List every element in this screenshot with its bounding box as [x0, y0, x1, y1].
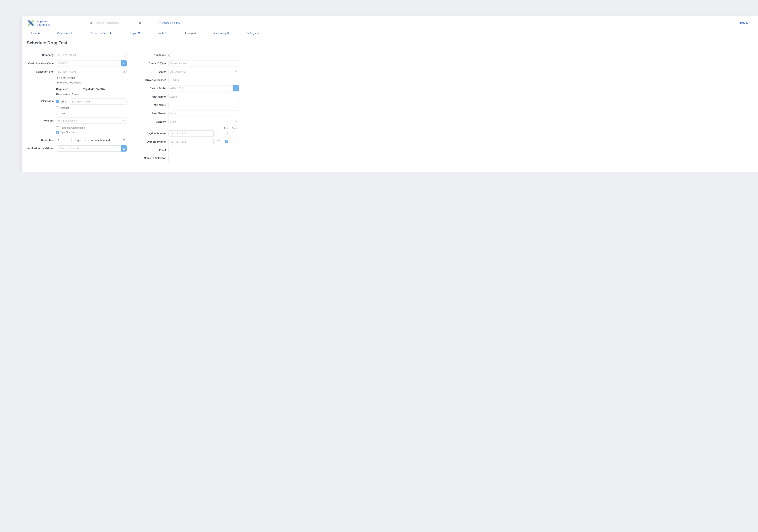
- reason-label: Reason*: [25, 119, 56, 122]
- tab-accounting[interactable]: Accounting: [209, 30, 234, 36]
- split-specimen-checkbox[interactable]: [56, 131, 59, 134]
- evening-text-checkbox[interactable]: [217, 140, 220, 143]
- page-title: Schedule Drug Test: [22, 36, 758, 48]
- hair-checkbox[interactable]: [56, 112, 59, 115]
- brand-logo-icon: [27, 19, 35, 27]
- gears-icon: [257, 32, 259, 34]
- urine-label: Urine: [60, 100, 66, 103]
- requires-observation-checkbox[interactable]: [56, 126, 59, 129]
- search-input[interactable]: [94, 20, 137, 26]
- employee-label: Employee: [138, 53, 168, 56]
- shuffle-icon: [165, 32, 168, 34]
- svg-point-9: [140, 23, 140, 23]
- collection-site-search-button[interactable]: [121, 69, 127, 75]
- col-text-label: Text: [224, 127, 228, 129]
- daytime-phone-input[interactable]: [168, 130, 214, 136]
- home-icon: [38, 32, 40, 34]
- svg-rect-25: [227, 32, 229, 34]
- brand-text: Applicant Information: [37, 20, 51, 26]
- chevron-down-icon: [749, 22, 751, 24]
- electronic-side-input[interactable]: [70, 98, 127, 105]
- search-icon: [123, 71, 125, 73]
- svg-point-2: [27, 20, 29, 21]
- svg-point-3: [33, 25, 34, 26]
- svg-point-19: [110, 33, 111, 33]
- last-name-input[interactable]: [168, 110, 239, 117]
- tab-settings[interactable]: Settings: [242, 30, 264, 36]
- employee-link-button[interactable]: [168, 53, 171, 56]
- email-label: Email: [138, 149, 168, 152]
- donor-has-qty-input[interactable]: [56, 137, 72, 143]
- form-area: Company Cost / Location Code: [22, 52, 758, 172]
- dob-input[interactable]: [168, 85, 233, 91]
- mid-name-input[interactable]: [168, 102, 239, 108]
- donor-id-type-select[interactable]: Driver License: [168, 60, 239, 66]
- tab-home[interactable]: Home: [25, 30, 45, 36]
- dob-label: Date of Birth*: [138, 87, 168, 90]
- electronic-label: Electronic: [25, 98, 56, 102]
- first-name-input[interactable]: [168, 93, 239, 100]
- email-input[interactable]: [168, 147, 239, 153]
- search-icon[interactable]: [88, 20, 94, 26]
- calendar-icon: [159, 22, 161, 24]
- svg-line-24: [166, 32, 166, 33]
- last-name-label: Last Name*: [138, 112, 168, 115]
- expiration-input[interactable]: [56, 145, 121, 152]
- gender-select[interactable]: Male: [168, 119, 239, 125]
- evening-phone-input[interactable]: [168, 139, 214, 145]
- requires-observation-label: Requires Observation: [60, 126, 85, 129]
- daytime-text-checkbox[interactable]: [217, 132, 220, 135]
- regulated-text: Regulated: [56, 87, 68, 91]
- pin-icon: [109, 32, 112, 34]
- admin-menu[interactable]: ADMIN: [740, 21, 751, 25]
- tab-companies[interactable]: Companies: [52, 30, 79, 36]
- users-icon: [138, 32, 141, 34]
- link-icon: [168, 53, 171, 56]
- tab-collection-sites[interactable]: Collection Sites: [86, 30, 117, 36]
- donor-id-type-label: Donor ID Type: [138, 62, 168, 65]
- app-header: Applicant Information Schedule a Test: [22, 16, 758, 30]
- schedule-test-link[interactable]: Schedule a Test: [159, 21, 180, 24]
- refresh-button[interactable]: [121, 137, 127, 143]
- cost-code-dropdown-button[interactable]: [121, 60, 127, 66]
- brand: Applicant Information: [27, 19, 51, 27]
- svg-point-20: [138, 32, 139, 33]
- expiration-calendar-button[interactable]: [121, 145, 127, 152]
- svg-point-27: [228, 33, 228, 33]
- cost-code-label: Cost / Location Code: [25, 62, 56, 65]
- state-select[interactable]: AL - Alabama: [168, 69, 239, 75]
- svg-line-5: [91, 23, 92, 24]
- mid-name-label: Mid Name: [138, 104, 168, 106]
- reason-select[interactable]: Pre-Employment: [56, 118, 127, 124]
- daytime-same-checkbox[interactable]: [225, 132, 228, 135]
- filter-icon[interactable]: [137, 20, 143, 26]
- donor-has-suffix: to complete test: [90, 139, 110, 142]
- expiration-label: Expiration Date/Time*: [25, 147, 56, 150]
- tab-testing[interactable]: Testing: [180, 30, 201, 36]
- donor-has-unit-select[interactable]: Days: [73, 137, 88, 143]
- tab-pools[interactable]: Pools: [153, 30, 172, 36]
- urine-checkbox[interactable]: [56, 100, 59, 103]
- evening-phone-label: Evening Phone*: [138, 140, 168, 143]
- chevron-down-icon: [123, 62, 125, 64]
- form-col-right: Employee Donor ID Type Driver License: [138, 52, 239, 165]
- evening-same-checkbox[interactable]: [225, 140, 228, 143]
- alcohol-label: Alcohol: [60, 106, 69, 109]
- tab-people[interactable]: People: [124, 30, 146, 36]
- driver-license-input[interactable]: [168, 77, 239, 83]
- collection-site-label: Collection Site: [25, 70, 56, 73]
- collection-site-input[interactable]: [56, 69, 120, 75]
- dob-calendar-button[interactable]: [233, 85, 239, 91]
- company-input[interactable]: [56, 52, 127, 58]
- daytime-phone-label: Daytime Phone*: [138, 132, 168, 135]
- flask-icon: [194, 32, 196, 34]
- col-same-label: Same: [232, 127, 238, 129]
- app-card: Applicant Information Schedule a Test: [22, 16, 758, 172]
- notes-textarea[interactable]: [168, 155, 239, 163]
- cost-code-input[interactable]: [56, 60, 121, 66]
- occupation-text: Occupation: Driver: [56, 91, 127, 97]
- alcohol-checkbox[interactable]: [56, 106, 59, 109]
- hair-label: Hair: [60, 112, 65, 115]
- split-specimen-label: Split Specimen: [60, 131, 77, 134]
- svg-line-34: [124, 72, 124, 72]
